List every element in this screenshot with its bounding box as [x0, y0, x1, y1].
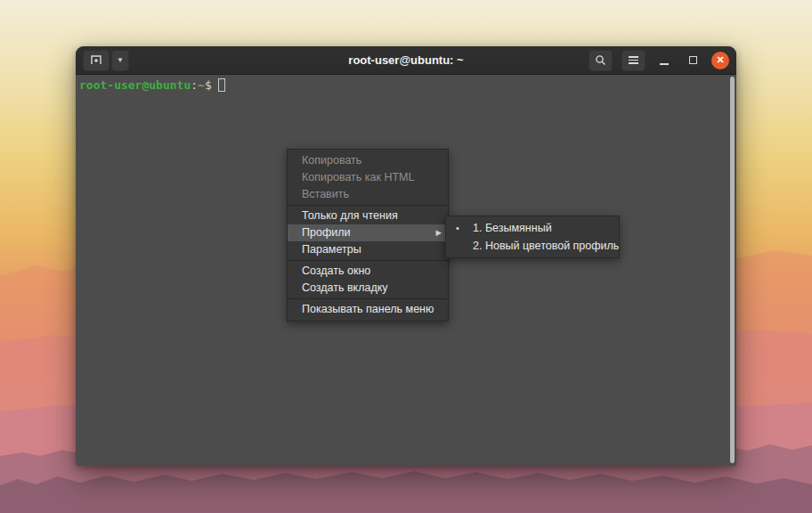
submenu-item-profile-2[interactable]: 2. Новый цветовой профиль [446, 237, 619, 255]
terminal-scrollbar[interactable] [730, 77, 735, 463]
search-button[interactable] [589, 50, 613, 71]
minimize-button[interactable] [654, 50, 674, 71]
menu-item-profiles[interactable]: Профили ▶ [288, 224, 448, 241]
titlebar[interactable]: ▼ root-user@ubuntu: ~ ✕ [76, 46, 736, 75]
prompt-colon: : [191, 78, 198, 92]
terminal-prompt: root-user@ubuntu:~$ [79, 77, 225, 93]
menu-item-new-window[interactable]: Создать окно [288, 263, 448, 280]
profiles-submenu: • 1. Безымянный 2. Новый цветовой профил… [445, 216, 620, 258]
menu-item-new-tab[interactable]: Создать вкладку [288, 280, 448, 297]
terminal-context-menu: Копировать Копировать как HTML Вставить … [287, 149, 449, 322]
new-tab-button[interactable] [83, 50, 110, 71]
hamburger-icon [629, 56, 638, 64]
menu-separator [288, 298, 448, 299]
maximize-button[interactable] [683, 50, 702, 71]
selected-radio-dot-icon: • [456, 219, 459, 237]
prompt-user-host: root-user@ubuntu [79, 78, 191, 92]
prompt-dollar: $ [205, 78, 212, 92]
menu-item-read-only[interactable]: Только для чтения [288, 208, 448, 224]
menu-separator [288, 260, 448, 261]
menu-item-copy-as-html: Копировать как HTML [288, 169, 448, 186]
menu-item-profiles-label: Профили [302, 226, 350, 239]
maximize-icon [689, 56, 697, 64]
prompt-path: ~ [198, 78, 205, 92]
minimize-icon [660, 63, 669, 65]
chevron-down-icon: ▼ [117, 56, 124, 64]
menu-item-copy: Копировать [288, 152, 448, 169]
hamburger-menu-button[interactable] [621, 50, 646, 71]
close-button[interactable]: ✕ [711, 52, 729, 69]
submenu-item-profile-1[interactable]: • 1. Безымянный [446, 219, 619, 237]
menu-separator [288, 205, 448, 206]
menu-item-preferences[interactable]: Параметры [288, 241, 448, 258]
new-tab-icon [90, 54, 102, 66]
submenu-item-profile-1-label: 1. Безымянный [473, 222, 552, 234]
submenu-arrow-icon: ▶ [435, 224, 442, 241]
search-icon [595, 54, 606, 66]
terminal-cursor [218, 78, 225, 92]
menu-item-paste: Вставить [288, 186, 448, 203]
menu-item-show-menubar[interactable]: Показывать панель меню [288, 301, 448, 318]
tab-list-dropdown-button[interactable]: ▼ [111, 50, 129, 71]
submenu-item-profile-2-label: 2. Новый цветовой профиль [473, 240, 619, 252]
close-icon: ✕ [716, 55, 724, 65]
